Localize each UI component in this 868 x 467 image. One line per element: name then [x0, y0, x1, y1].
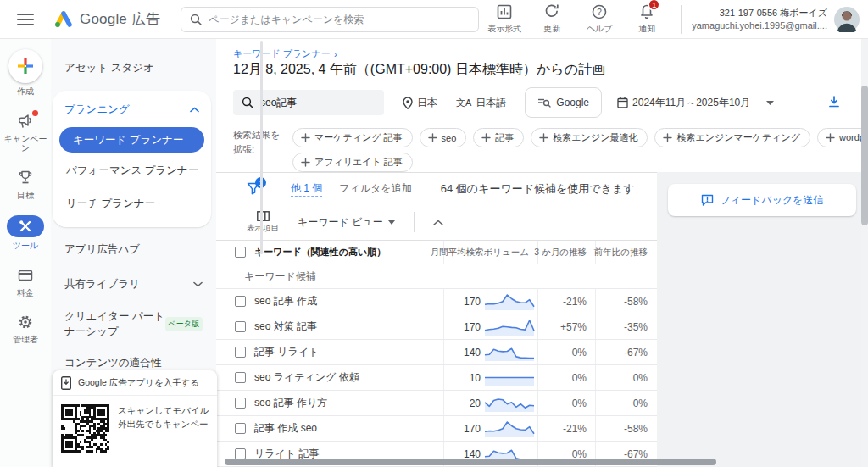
rail-item-admin[interactable]: 管理者	[13, 313, 38, 345]
view-selector[interactable]: キーワード ビュー	[298, 215, 395, 230]
language-selector[interactable]: 文A 日本語	[456, 96, 506, 110]
volume-cell: 10	[443, 365, 537, 390]
volume-cell: 170	[443, 416, 537, 441]
expand-chip[interactable]: 検索エンジン最適化	[531, 128, 648, 147]
creator-partnerships-line1: クリエイター パート	[64, 310, 164, 322]
table-row[interactable]: seo 記事 作り方 20 0% 0%	[216, 391, 657, 416]
sidebar-scrollbar[interactable]	[260, 41, 263, 254]
col-header-three-month[interactable]: 3 か月の推移	[537, 241, 595, 264]
rail-item-goals[interactable]: 目標	[17, 169, 34, 201]
expand-chip[interactable]: seo	[420, 128, 467, 147]
tools-label: ツール	[13, 241, 38, 251]
global-search-input[interactable]	[209, 14, 470, 25]
notifications-button[interactable]: 1 通知	[623, 3, 670, 35]
table-row[interactable]: seo ライティング 依頼 10 0% 0%	[216, 365, 657, 391]
yoy-cell: -58%	[595, 416, 656, 441]
sidebar-item-creator-partnerships[interactable]: クリエイター パート ナーシップ ベータ版	[51, 302, 216, 346]
table-row[interactable]: 記事 リライト 140 0% -67%	[216, 340, 657, 365]
rail-item-tools[interactable]: ツール	[7, 215, 44, 251]
sidebar-item-keyword-planner[interactable]: キーワード プランナー	[59, 127, 204, 153]
sidebar-item-planning[interactable]: プランニング	[53, 94, 211, 125]
add-filter-button[interactable]: フィルタを追加	[339, 181, 411, 196]
rail-item-campaigns[interactable]: キャンペーン	[3, 112, 47, 153]
row-checkbox[interactable]	[235, 347, 246, 358]
chevron-down-icon	[193, 281, 203, 287]
ads-logo-icon	[53, 10, 73, 29]
main-content-body: 1 他 1 個 フィルタを追加 64 個のキーワード候補を使用できます 表示項目…	[216, 172, 861, 467]
app-promo-line1: スキャンしてモバイルアプリを	[118, 405, 209, 415]
download-icon	[827, 95, 841, 108]
dropdown-caret-icon	[766, 101, 774, 105]
location-selector[interactable]: 日本	[403, 96, 437, 110]
row-checkbox[interactable]	[235, 321, 246, 332]
rail-item-billing[interactable]: 料金	[17, 266, 34, 298]
col-header-volume[interactable]: 月間平均検索ボリューム	[443, 241, 537, 264]
expand-chip[interactable]: wordpress 記事	[817, 128, 868, 147]
col-header-yoy[interactable]: 前年比の推移	[595, 241, 656, 264]
sidebar-item-shared-library[interactable]: 共有ライブラリ	[51, 267, 216, 302]
keyword-cell: 記事 リライト	[254, 345, 443, 359]
keyword-table-panel: 1 他 1 個 フィルタを追加 64 個のキーワード候補を使用できます 表示項目…	[216, 172, 657, 467]
volume-cell: 170	[443, 314, 537, 339]
keyword-search-input[interactable]	[260, 97, 362, 108]
collapse-chevron-icon[interactable]	[433, 220, 443, 225]
planning-label: プランニング	[64, 103, 130, 117]
more-filters-link[interactable]: 他 1 個	[291, 181, 322, 197]
expand-chip[interactable]: 検索エンジンマーケティング	[654, 128, 810, 147]
sidebar-item-asset-studio[interactable]: アセット スタジオ	[51, 51, 216, 86]
select-all-checkbox[interactable]	[235, 247, 246, 258]
location-pin-icon	[403, 97, 413, 109]
vertical-divider	[414, 212, 415, 232]
expand-results-label: 検索結果を拡張:	[233, 128, 286, 172]
columns-icon	[257, 211, 270, 221]
sidebar-item-reach-planner[interactable]: リーチ プランナー	[53, 187, 211, 220]
view-bar: 表示項目 キーワード ビュー	[216, 204, 657, 240]
table-section-label: キーワード候補	[216, 264, 657, 289]
table-row[interactable]: 記事 作成 seo 170 -21% -58%	[216, 416, 657, 442]
global-search[interactable]	[181, 7, 479, 32]
dropdown-caret-icon	[388, 220, 395, 225]
plus-icon	[481, 133, 491, 142]
row-checkbox[interactable]	[235, 398, 246, 409]
volume-cell: 20	[443, 391, 537, 415]
create-button[interactable]	[8, 49, 42, 83]
columns-button[interactable]: 表示項目	[247, 211, 279, 234]
menu-icon[interactable]	[17, 14, 34, 25]
display-format-button[interactable]: 表示形式	[481, 3, 528, 35]
row-checkbox[interactable]	[235, 423, 246, 434]
campaigns-label: キャンペーン	[3, 134, 47, 153]
keyword-search-box[interactable]	[233, 90, 384, 115]
expand-chip[interactable]: 記事	[473, 128, 524, 147]
notifications-label: 通知	[638, 23, 655, 35]
left-rail: 作成 キャンペーン 目標	[0, 39, 51, 467]
chart-box-icon	[496, 3, 513, 20]
expand-chip[interactable]: アフィリエイト 記事	[292, 153, 413, 172]
network-selector[interactable]: Google	[525, 87, 602, 118]
refresh-button[interactable]: 更新	[528, 3, 576, 35]
col-header-keyword[interactable]: キーワード（関連性の高い順）	[254, 246, 443, 259]
billing-label: 料金	[17, 288, 34, 298]
page-title: 12月 8, 2025, 4 午前（(GMT+09:00) 日本標準時）からの計…	[233, 61, 605, 79]
row-checkbox[interactable]	[235, 372, 246, 383]
app-ads-hub-label: アプリ広告ハブ	[64, 242, 140, 257]
trend-sparkline	[484, 369, 535, 387]
expand-chip[interactable]: マーケティング 記事	[292, 128, 413, 147]
sidebar-item-app-ads-hub[interactable]: アプリ広告ハブ	[51, 232, 216, 267]
avatar[interactable]	[834, 7, 860, 32]
send-feedback-button[interactable]: フィードバックを送信	[668, 184, 856, 216]
plus-icon	[826, 133, 835, 142]
table-row[interactable]: seo 記事 作成 170 -21% -58%	[216, 289, 657, 314]
help-button[interactable]: ? ヘルプ	[576, 3, 623, 35]
view-selector-label: キーワード ビュー	[298, 215, 383, 230]
filter-button[interactable]: 1	[247, 182, 260, 195]
download-button[interactable]	[827, 95, 841, 108]
google-ads-logo[interactable]: Google 広告	[53, 9, 160, 29]
table-row[interactable]: seo 対策 記事 170 +57% -35%	[216, 314, 657, 340]
yoy-cell: -67%	[595, 340, 656, 364]
date-range-selector[interactable]: 2024年11月～2025年10月	[617, 96, 774, 110]
row-checkbox[interactable]	[235, 296, 246, 307]
horizontal-scrollbar[interactable]	[225, 459, 716, 465]
breadcrumb-link[interactable]: キーワード プランナー	[233, 47, 331, 60]
sidebar-item-performance-planner[interactable]: パフォーマンス プランナー	[53, 154, 211, 187]
vertical-scrollbar-thumb[interactable]	[861, 86, 868, 225]
